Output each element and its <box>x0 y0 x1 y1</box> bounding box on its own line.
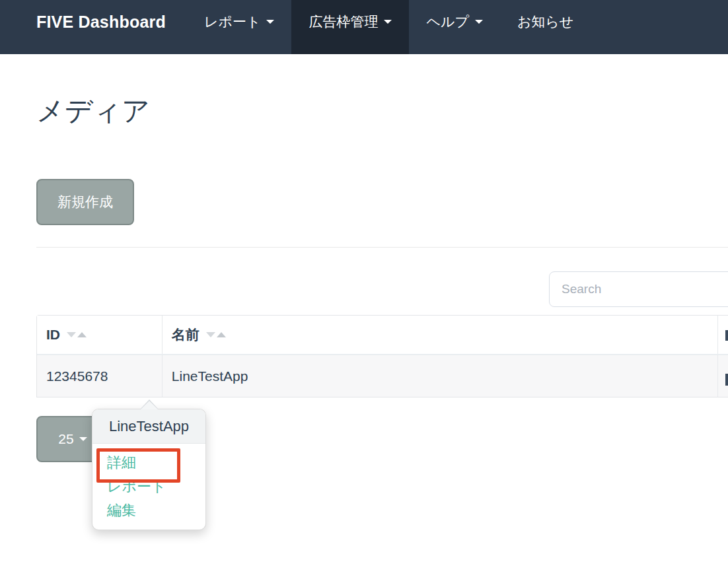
menu-item-edit[interactable]: 編集 <box>107 503 205 518</box>
caret-down-icon <box>266 20 274 24</box>
media-table: ID 名前 12345678 LineTestApp <box>36 315 728 397</box>
nav-item-news[interactable]: お知らせ <box>500 0 591 54</box>
column-header-label: 名前 <box>172 326 200 344</box>
caret-down-icon <box>384 20 392 24</box>
sort-icon <box>206 332 226 337</box>
sort-asc-icon <box>217 332 226 337</box>
column-header-id[interactable]: ID <box>37 316 163 354</box>
caret-down-icon <box>79 437 87 441</box>
search-input[interactable] <box>549 271 728 307</box>
app-window: FIVE Dashboard レポート 広告枠管理 ヘルプ お知らせ メディア … <box>0 0 728 585</box>
top-navbar: FIVE Dashboard レポート 広告枠管理 ヘルプ お知らせ <box>0 0 728 54</box>
menu-item-details[interactable]: 詳細 <box>107 456 205 470</box>
sort-desc-icon <box>206 332 215 337</box>
nav-item-reports[interactable]: レポート <box>187 0 291 54</box>
main-nav: レポート 広告枠管理 ヘルプ お知らせ <box>187 0 591 54</box>
clipped-text <box>725 330 728 341</box>
sort-desc-icon <box>67 332 76 337</box>
nav-item-label: 広告枠管理 <box>309 13 378 31</box>
nav-item-label: お知らせ <box>517 13 573 31</box>
popover-title: LineTestApp <box>92 409 205 444</box>
cell-clipped <box>718 355 728 397</box>
sort-icon <box>67 332 87 337</box>
popover-menu: 詳細 レポート 編集 <box>92 444 205 530</box>
page-size-value: 25 <box>58 431 73 447</box>
cell-media-name: LineTestApp <box>163 355 718 397</box>
row-actions-popover: LineTestApp 詳細 レポート 編集 <box>92 409 206 530</box>
column-header-clipped <box>718 316 728 354</box>
nav-item-label: レポート <box>204 13 260 31</box>
page-title: メディア <box>36 92 150 129</box>
nav-item-help[interactable]: ヘルプ <box>409 0 499 54</box>
sort-asc-icon <box>77 332 87 337</box>
caret-down-icon <box>475 20 483 24</box>
column-header-label: ID <box>46 327 60 343</box>
create-new-button[interactable]: 新規作成 <box>36 179 134 225</box>
table-row[interactable]: 12345678 LineTestApp <box>37 355 728 397</box>
cell-media-id: 12345678 <box>37 355 163 397</box>
menu-item-report[interactable]: レポート <box>107 479 205 494</box>
brand-logo[interactable]: FIVE Dashboard <box>0 0 166 54</box>
clipped-text <box>725 374 728 386</box>
popover-arrow-icon <box>141 401 158 409</box>
nav-item-label: ヘルプ <box>426 13 468 31</box>
section-divider <box>36 247 728 248</box>
column-header-name[interactable]: 名前 <box>163 316 718 354</box>
nav-item-ad-slot-management[interactable]: 広告枠管理 <box>291 0 409 54</box>
table-header-row: ID 名前 <box>37 316 728 355</box>
